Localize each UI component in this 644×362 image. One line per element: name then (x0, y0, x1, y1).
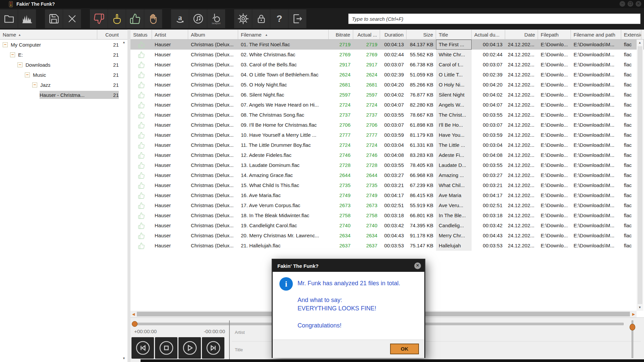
cell-artist: Hauser (152, 221, 188, 231)
scroll-up-icon[interactable]: ▲ (637, 40, 643, 46)
table-row[interactable]: HauserChristmas (Delux...05. O Holy Nigh… (130, 80, 644, 90)
elapsed-time: +00:00:00 (134, 328, 157, 334)
exit-icon[interactable] (288, 9, 307, 28)
column-header-album[interactable]: Album (188, 30, 238, 39)
table-row[interactable]: HauserChristmas (Delux...04. O Little To… (130, 70, 644, 80)
table-row[interactable]: HauserChristmas (Delux...06. Silent Nigh… (130, 90, 644, 100)
amazon-icon[interactable]: a (171, 9, 189, 28)
settings-gear-icon[interactable] (234, 9, 252, 28)
column-header-size[interactable]: Size (407, 30, 436, 39)
table-row[interactable]: HauserChristmas (Delux...01. The First N… (130, 40, 644, 50)
column-header-filepath[interactable]: Filepath (538, 30, 571, 39)
spectrum-analyzer-icon[interactable] (18, 9, 36, 28)
lock-icon[interactable] (252, 9, 270, 28)
column-header-extension[interactable]: Extension (621, 30, 641, 39)
column-header-actual-duration[interactable]: Actual du... (472, 30, 505, 39)
table-row[interactable]: HauserChristmas (Delux...13. Laudate Dom… (130, 160, 644, 170)
cell-artist: Hauser (152, 40, 188, 50)
help-icon[interactable]: ? (270, 9, 288, 28)
collapse-toggle-icon[interactable]: − (10, 52, 15, 57)
column-header-bitrate[interactable]: Bitrate (329, 30, 353, 39)
close-button[interactable]: ✕ (636, 1, 641, 7)
column-header-filename[interactable]: Filename ▲ (238, 30, 329, 39)
cell-date: 24.12.202... (505, 50, 538, 60)
column-header-date[interactable]: Date (505, 30, 538, 39)
collapse-toggle-icon[interactable]: − (25, 72, 30, 77)
tree-item[interactable]: −My Computer21 (0, 40, 127, 50)
column-header-title[interactable]: Title (436, 30, 472, 39)
hand-stop-icon[interactable] (144, 9, 162, 28)
table-row[interactable]: HauserChristmas (Delux...20. Merry Chris… (130, 231, 644, 241)
point-finger-icon[interactable] (108, 9, 126, 28)
tree-item[interactable]: −Music21 (0, 70, 127, 80)
table-row[interactable]: HauserChristmas (Delux...07. Angels We H… (130, 100, 644, 110)
stop-button[interactable] (155, 337, 177, 359)
minimize-button[interactable]: – (620, 1, 625, 7)
beatport-icon[interactable]: beatport (207, 9, 225, 28)
save-icon[interactable] (45, 9, 63, 28)
scroll-down-icon[interactable]: ▼ (637, 305, 643, 310)
column-header-actual-bitrate[interactable]: Actual ... (353, 30, 380, 39)
cell-title: The Little ... (436, 140, 472, 150)
play-button[interactable] (178, 337, 201, 359)
thumbs-up-icon[interactable] (126, 9, 144, 28)
tree-header-name[interactable]: Name▲ (0, 30, 97, 39)
collapse-toggle-icon[interactable]: − (3, 42, 8, 47)
column-header-duration[interactable]: Duration (380, 30, 407, 39)
skip-back-button[interactable] (131, 337, 154, 359)
table-row[interactable]: HauserChristmas (Delux...17. Ave Verum C… (130, 200, 644, 210)
panel-splitter[interactable] (127, 29, 130, 362)
tree-item[interactable]: Hauser - Christma...21 (0, 90, 127, 100)
table-row[interactable]: HauserChristmas (Delux...11. The Little … (130, 140, 644, 150)
tree-item[interactable]: −E:21 (0, 50, 127, 60)
cell-filename: 16. Ave Maria.flac (238, 190, 329, 200)
collapse-toggle-icon[interactable]: − (32, 82, 37, 87)
scroll-up-icon[interactable]: ▲ (121, 40, 127, 45)
thumbs-down-icon[interactable] (90, 9, 108, 28)
column-header-status[interactable]: Status (130, 30, 152, 39)
cell-size: 91.178 KB (407, 231, 436, 241)
tree-header-count[interactable]: Count (97, 30, 127, 39)
table-row[interactable]: HauserChristmas (Delux...15. What Child … (130, 180, 644, 190)
table-row[interactable]: HauserChristmas (Delux...03. Carol of th… (130, 60, 644, 70)
tree-item[interactable]: −Jazz21 (0, 80, 127, 90)
table-row[interactable]: HauserChristmas (Delux...09. I'll Be Hom… (130, 120, 644, 130)
skip-forward-button[interactable] (202, 337, 224, 359)
itunes-icon[interactable] (189, 9, 207, 28)
scroll-left-icon[interactable]: ◀ (130, 311, 137, 317)
tree-item[interactable]: −Downloads21 (0, 60, 127, 70)
table-row[interactable]: HauserChristmas (Delux...21. Hallelujah.… (130, 241, 644, 251)
ok-button[interactable]: OK (390, 344, 419, 354)
table-row[interactable]: HauserChristmas (Delux...02. White Chris… (130, 50, 644, 60)
table-row[interactable]: HauserChristmas (Delux...08. The Christm… (130, 110, 644, 120)
table-vertical-scrollbar[interactable]: ▲ ▼ (637, 40, 643, 311)
column-header-artist[interactable]: Artist (152, 30, 188, 39)
open-folder-icon[interactable] (0, 9, 18, 28)
cell-actual-duration: 00:04:02 (472, 90, 505, 100)
volume-slider-knob[interactable] (630, 324, 635, 330)
scrollbar-thumb[interactable] (638, 46, 642, 304)
seek-slider-knob[interactable] (132, 321, 138, 327)
table-row[interactable]: HauserChristmas (Delux...16. Ave Maria.f… (130, 190, 644, 200)
table-row[interactable]: HauserChristmas (Delux...18. In The Blea… (130, 210, 644, 221)
dialog-close-icon[interactable]: ✕ (414, 262, 421, 269)
table-row[interactable]: HauserChristmas (Delux...10. Have Yourse… (130, 130, 644, 140)
cell-album: Christmas (Delux... (188, 160, 238, 170)
status-thumbs-up-icon (130, 80, 152, 90)
restore-button[interactable]: ❐ (628, 1, 633, 7)
cell-duration: 00:03:27 (380, 170, 407, 180)
column-header-filename-and-path[interactable]: Filename and path (571, 30, 621, 39)
cell-filename-and-path: E:\Downloads\M... (571, 120, 621, 130)
scroll-right-icon[interactable]: ▶ (631, 311, 637, 317)
table-row[interactable]: HauserChristmas (Delux...14. Amazing Gra… (130, 170, 644, 180)
cell-duration: 00:03:04 (380, 140, 407, 150)
search-input[interactable] (348, 13, 641, 24)
scroll-down-icon[interactable]: ▼ (121, 356, 127, 361)
cell-album: Christmas (Delux... (188, 231, 238, 241)
cell-title: White Chr... (436, 50, 472, 60)
table-row[interactable]: HauserChristmas (Delux...12. Adeste Fide… (130, 150, 644, 160)
tree-scrollbar[interactable]: ▲ ▼ (121, 40, 127, 361)
collapse-toggle-icon[interactable]: − (17, 62, 22, 67)
table-row[interactable]: HauserChristmas (Delux...19. Candlelight… (130, 221, 644, 231)
remove-icon[interactable] (63, 9, 81, 28)
